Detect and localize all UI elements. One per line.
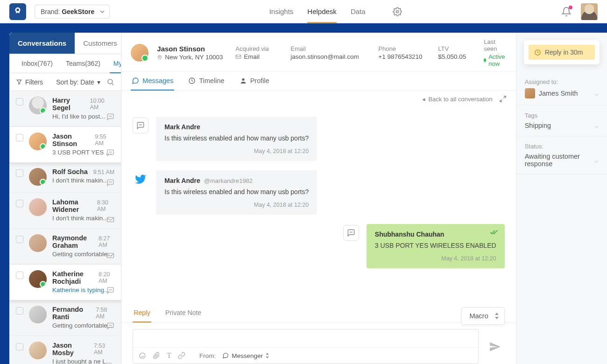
conversation-time: 10:00 AM xyxy=(90,98,115,111)
checkbox[interactable] xyxy=(16,169,23,177)
conversation-item[interactable]: Raymonde Graham8:27 AM Getting comfortab… xyxy=(9,229,121,265)
nav-helpdesk[interactable]: Helpdesk xyxy=(307,0,337,23)
conversation-time: 9:51 AM xyxy=(93,169,114,175)
attachment-icon[interactable] xyxy=(153,352,160,359)
avatar xyxy=(29,97,47,114)
svg-point-23 xyxy=(242,78,244,81)
brand-selector[interactable]: Brand: GeekStore xyxy=(35,5,110,19)
from-channel-selector[interactable]: Messenger xyxy=(222,352,269,359)
status-label: Status: xyxy=(525,143,599,150)
tags-selector[interactable]: Shipping ⌵ xyxy=(525,122,599,129)
chevron-down-icon: ⌵ xyxy=(594,90,599,97)
conversation-preview: Getting comfortable... xyxy=(52,322,114,329)
chat-icon xyxy=(106,179,114,187)
mail-icon xyxy=(106,252,114,259)
notifications-bell-icon[interactable] xyxy=(561,7,572,17)
subtab-teams[interactable]: Teams(362) xyxy=(59,54,107,73)
gear-icon[interactable] xyxy=(393,7,402,16)
tab-customers[interactable]: Customers xyxy=(75,33,121,54)
conversation-item[interactable]: Jason Mosby7:53 AM I just bought a ne LC… xyxy=(9,336,121,364)
text-format-icon[interactable]: T xyxy=(167,351,171,360)
macro-selector[interactable]: Macro xyxy=(461,307,504,325)
lastseen-value: Active now xyxy=(484,53,506,67)
sort-label: Sort by: Date xyxy=(56,78,94,86)
compose-box: T From: Messenger xyxy=(133,329,478,364)
private-note-tab[interactable]: Private Note xyxy=(164,304,202,322)
reply-input[interactable] xyxy=(133,329,478,347)
filters-button[interactable]: Filters xyxy=(16,78,43,86)
svg-point-11 xyxy=(112,182,112,182)
svg-point-8 xyxy=(112,152,112,153)
phone-label: Phone xyxy=(378,45,430,52)
customer-location: New York, NY 10003 xyxy=(157,54,227,61)
ltv-value: $5,050.05 xyxy=(438,53,475,60)
svg-point-9 xyxy=(109,182,110,182)
avatar xyxy=(29,133,47,150)
mail-icon xyxy=(106,217,114,223)
svg-point-14 xyxy=(109,290,110,290)
tags-label: Tags xyxy=(525,112,599,119)
link-icon[interactable] xyxy=(178,352,185,359)
message-timestamp: May 4, 2018 at 12:20 xyxy=(164,148,309,154)
conversation-name: Jason Mosby xyxy=(52,342,94,357)
conversation-item-selected[interactable]: Jason Stinson9:55 AM 3 USB PORT YES WIRE… xyxy=(9,127,121,162)
channel-chat-icon xyxy=(133,118,148,133)
clock-icon xyxy=(534,49,541,56)
tab-profile[interactable]: Profile xyxy=(239,71,270,90)
conversation-preview: 3 USB PORT YES WIRELESS... xyxy=(52,149,114,156)
expand-icon[interactable] xyxy=(499,95,507,103)
message-body: Is this wireless enabled and how many us… xyxy=(164,187,309,197)
svg-point-19 xyxy=(112,325,112,326)
message-author: Shubhanshu Chauhan xyxy=(375,231,496,238)
reply-tab[interactable]: Reply xyxy=(133,304,151,322)
checkbox[interactable] xyxy=(16,98,23,105)
conversation-name: Jason Stinson xyxy=(52,133,95,147)
assignee-selector[interactable]: James Smith ⌵ xyxy=(525,88,599,98)
tab-messages[interactable]: Messages xyxy=(131,71,174,90)
acquired-via-label: Acquired via xyxy=(235,45,282,52)
double-check-icon xyxy=(490,230,498,235)
conversation-item-typing[interactable]: Katherine Rochjadi8:20 AM Katherine is t… xyxy=(9,265,121,300)
reply-sla-card: Reply in 30m xyxy=(524,40,600,64)
conversation-item[interactable]: Fernando Ranti7:58 AM Getting comfortabl… xyxy=(9,300,121,336)
send-button[interactable] xyxy=(485,337,505,357)
customer-name: Jason Stinson xyxy=(157,45,227,53)
nav-insights[interactable]: Insights xyxy=(269,0,294,23)
checkbox[interactable] xyxy=(16,307,23,315)
svg-point-25 xyxy=(141,125,141,125)
sort-button[interactable]: Sort by: Date ▾ xyxy=(56,78,100,86)
tab-conversations[interactable]: Conversations xyxy=(9,33,75,54)
search-icon[interactable] xyxy=(106,78,114,86)
message-body: 3 USB PORT YES WIRELESS ENABLED xyxy=(375,241,496,251)
svg-rect-12 xyxy=(107,217,114,222)
ltv-label: LTV xyxy=(438,45,475,52)
chat-icon xyxy=(106,322,114,330)
checkbox[interactable] xyxy=(16,134,23,141)
subtab-inbox[interactable]: Inbox(767) xyxy=(15,54,59,73)
conversation-preview: I don't think makin... xyxy=(52,215,114,222)
nav-data[interactable]: Data xyxy=(351,0,366,23)
conversation-item[interactable]: Lahoma Widener8:30 AM I don't think maki… xyxy=(9,193,121,229)
agent-message-bubble: Shubhanshu Chauhan 3 USB PORT YES WIRELE… xyxy=(367,224,505,268)
conversation-item[interactable]: Rolf Socha9:51 AM I don't think makin... xyxy=(9,162,121,193)
assignee-name: James Smith xyxy=(539,90,578,97)
conversation-item[interactable]: Harry Segel10:00 AM Hi, I'd like to post… xyxy=(9,91,121,127)
subtab-my[interactable]: My▾ xyxy=(107,54,121,73)
checkbox[interactable] xyxy=(16,272,23,279)
acquired-via-value: Email xyxy=(235,53,282,60)
checkbox[interactable] xyxy=(16,200,23,207)
back-to-all-link[interactable]: ◂ Back to all conversation xyxy=(422,96,492,103)
user-avatar[interactable] xyxy=(581,3,598,20)
status-selector[interactable]: Awaiting customer response ⌵ xyxy=(525,153,599,168)
emoji-icon[interactable] xyxy=(139,352,146,359)
checkbox[interactable] xyxy=(16,236,23,243)
conversation-time: 7:58 AM xyxy=(96,307,114,320)
conversation-time: 9:55 AM xyxy=(95,133,114,147)
app-logo[interactable] xyxy=(9,3,26,20)
chat-icon xyxy=(106,149,114,157)
tab-timeline[interactable]: Timeline xyxy=(187,71,225,90)
channel-chat-icon xyxy=(343,225,359,241)
message-body: Is this wireless enabled and how many us… xyxy=(164,133,309,143)
twitter-handle: @markandre1982 xyxy=(204,177,253,184)
checkbox[interactable] xyxy=(16,343,23,350)
